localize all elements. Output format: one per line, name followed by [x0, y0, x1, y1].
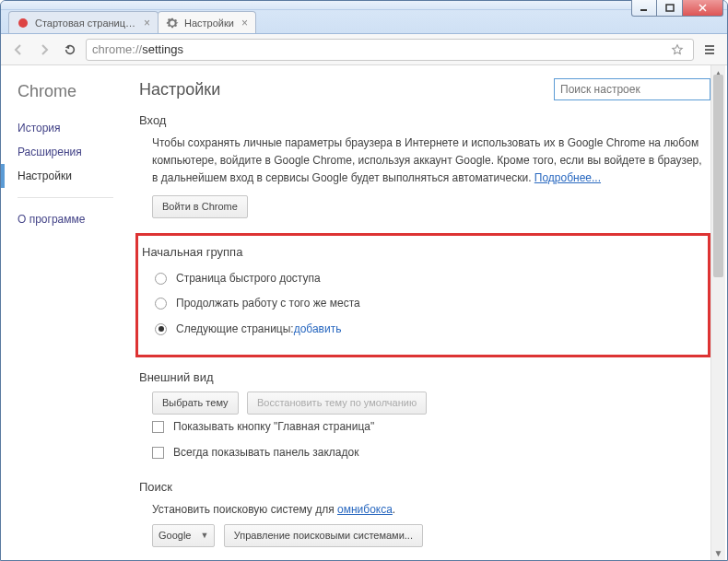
tab-strip: Стартовая страница: что × Настройки × — [1, 10, 727, 34]
section-title: Поиск — [139, 480, 710, 494]
search-engine-select[interactable]: Google ▼ — [152, 524, 215, 548]
forward-button[interactable] — [34, 40, 54, 60]
svg-rect-1 — [666, 5, 674, 11]
section-title: Начальная группа — [142, 245, 695, 259]
scroll-down-icon[interactable]: ▼ — [711, 545, 725, 560]
toolbar: chrome://settings — [1, 34, 727, 65]
radio-label: Следующие страницы: — [176, 321, 294, 338]
signin-description: Чтобы сохранять личные параметры браузер… — [152, 136, 702, 184]
radio-label: Страница быстрого доступа — [176, 270, 321, 287]
section-startup: Начальная группа Страница быстрого досту… — [138, 245, 695, 342]
manage-search-engines-button[interactable]: Управление поисковыми системами... — [224, 524, 423, 548]
search-description: Установить поисковую систему для — [152, 503, 337, 516]
sidebar-divider — [18, 197, 113, 198]
radio-icon — [155, 298, 167, 310]
section-body: Выбрать тему Восстановить тему по умолча… — [139, 392, 710, 465]
tab-close-icon[interactable]: × — [241, 17, 248, 29]
add-pages-link[interactable]: добавить — [294, 321, 342, 338]
learn-more-link[interactable]: Подробнее... — [534, 171, 601, 184]
section-search: Поиск Установить поисковую систему для о… — [139, 480, 710, 548]
favicon-red-icon — [17, 17, 29, 29]
section-title: Вход — [139, 113, 710, 127]
radio-icon — [155, 323, 167, 335]
radio-icon — [155, 273, 167, 285]
url-scheme: chrome:// — [92, 42, 142, 56]
app-window: Стартовая страница: что × Настройки × ch… — [0, 0, 728, 561]
url-path: settings — [142, 42, 183, 56]
vertical-scrollbar[interactable]: ▲ ▼ — [710, 65, 725, 560]
settings-main: Настройки Вход Чтобы сохранять личные па… — [130, 65, 727, 560]
highlight-startup-section: Начальная группа Страница быстрого досту… — [135, 233, 710, 357]
section-signin: Вход Чтобы сохранять личные параметры бр… — [139, 113, 710, 218]
section-title: Внешний вид — [139, 370, 710, 384]
checkbox-row-bookmarks-bar[interactable]: Всегда показывать панель закладок — [152, 440, 710, 465]
radio-row-continue[interactable]: Продолжать работу с того же места — [155, 291, 695, 316]
omnibox-link[interactable]: омнибокса — [337, 503, 393, 516]
checkbox-icon — [152, 421, 164, 433]
sidebar-item-extensions[interactable]: Расширения — [18, 140, 130, 164]
window-controls — [631, 0, 723, 17]
search-settings-input[interactable] — [554, 78, 710, 100]
checkbox-label: Всегда показывать панель закладок — [173, 444, 358, 462]
main-header: Настройки — [139, 78, 710, 100]
checkbox-icon — [152, 447, 164, 459]
section-body: Страница быстрого доступа Продолжать раб… — [142, 266, 695, 342]
tab-label: Настройки — [184, 18, 234, 29]
checkbox-row-home-button[interactable]: Показывать кнопку "Главная страница" — [152, 415, 710, 439]
scroll-thumb[interactable] — [713, 75, 723, 277]
gear-icon — [166, 17, 179, 29]
sidebar-item-about[interactable]: О программе — [18, 207, 130, 231]
tab-settings[interactable]: Настройки × — [158, 11, 256, 33]
menu-button[interactable] — [699, 40, 720, 60]
section-body: Чтобы сохранять личные параметры браузер… — [139, 134, 710, 218]
back-button[interactable] — [8, 40, 29, 60]
section-appearance: Внешний вид Выбрать тему Восстановить те… — [139, 370, 710, 465]
chrome-brand: Chrome — [18, 82, 130, 101]
radio-row-ntp[interactable]: Страница быстрого доступа — [155, 266, 695, 291]
radio-row-pages[interactable]: Следующие страницы: добавить — [155, 317, 695, 342]
signin-button[interactable]: Войти в Chrome — [152, 195, 248, 219]
settings-sidebar: Chrome История Расширения Настройки О пр… — [1, 65, 130, 560]
sidebar-item-history[interactable]: История — [18, 116, 130, 140]
address-bar[interactable]: chrome://settings — [86, 39, 694, 61]
content-area: Chrome История Расширения Настройки О пр… — [1, 65, 727, 560]
sidebar-item-settings[interactable]: Настройки — [1, 164, 130, 188]
reset-theme-button[interactable]: Восстановить тему по умолчанию — [247, 392, 427, 415]
svg-point-4 — [18, 18, 28, 28]
titlebar — [1, 1, 727, 10]
minimize-button[interactable] — [631, 0, 657, 17]
close-button[interactable] — [683, 0, 723, 17]
select-value: Google — [159, 528, 191, 544]
section-body: Установить поисковую систему для омнибок… — [139, 501, 710, 548]
checkbox-label: Показывать кнопку "Главная страница" — [173, 418, 374, 436]
radio-label: Продолжать работу с того же места — [176, 295, 360, 312]
bookmark-star-icon[interactable] — [667, 40, 687, 60]
tab-close-icon[interactable]: × — [144, 17, 150, 29]
tab-startpage[interactable]: Стартовая страница: что × — [8, 11, 159, 33]
reload-button[interactable] — [60, 40, 80, 60]
chevron-down-icon: ▼ — [200, 529, 208, 542]
tab-label: Стартовая страница: что — [35, 18, 136, 29]
page-title: Настройки — [139, 80, 220, 99]
maximize-button[interactable] — [657, 0, 683, 17]
choose-theme-button[interactable]: Выбрать тему — [152, 392, 239, 415]
